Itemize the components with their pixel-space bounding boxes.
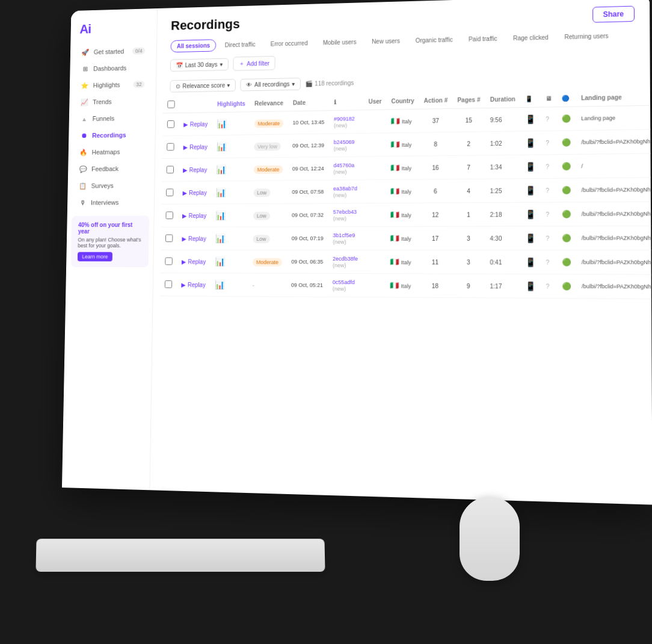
row-checkbox-4 (161, 204, 178, 227)
promo-title: 40% off on your first year (78, 221, 143, 235)
device2-cell-7: ? (541, 274, 557, 298)
replay-btn-2[interactable]: ▶ Replay (178, 158, 212, 181)
replay-btn-0[interactable]: ▶ Replay (179, 113, 212, 136)
device2-cell-3: ? (541, 178, 557, 202)
sidebar-item-dashboards[interactable]: ⊞ Dashboards (73, 59, 153, 77)
filter-tab-new-users[interactable]: New users (365, 34, 407, 48)
highlights-icon: ⭐ (81, 81, 88, 90)
row-checkbox-2 (162, 158, 179, 181)
duration-cell-1: 1:02 (485, 131, 520, 155)
device1-cell-0: 📱 (520, 107, 541, 131)
get-started-badge: 0/4 (132, 48, 145, 55)
row-select-3[interactable] (166, 188, 174, 196)
filter-tab-mobile-users[interactable]: Mobile users (316, 36, 363, 49)
relevance-cell-5: Low (248, 227, 288, 250)
user-cell-1 (363, 133, 386, 156)
col-browser: 🔵 (557, 90, 576, 107)
user-cell-0 (363, 110, 386, 133)
share-button[interactable]: Share (592, 6, 635, 23)
highlights-cell-6: 📊 (211, 250, 248, 273)
sidebar-item-surveys[interactable]: 📋 Surveys (71, 177, 151, 194)
device1-cell-1: 📱 (520, 131, 541, 155)
replay-icon-0: ▶ (183, 121, 188, 128)
pages-cell-5: 3 (452, 226, 485, 250)
row-checkbox-1 (162, 135, 179, 158)
country-cell-3: 🇮🇹 Italy (386, 179, 419, 203)
browser-cell-5: 🟢 (557, 226, 576, 250)
replay-btn-6[interactable]: ▶ Replay (177, 250, 211, 273)
device2-cell-5: ? (541, 226, 557, 250)
learn-more-button[interactable]: Learn more (78, 252, 112, 262)
sidebar-item-heatmaps[interactable]: 🔥 Heatmaps (72, 143, 152, 160)
duration-cell-6: 0:41 (485, 250, 520, 274)
session-cell-5: 3b1cf5e9 (new) (328, 227, 363, 250)
date-cell-7: 09 Oct, 05:21 (286, 273, 328, 297)
row-select-0[interactable] (167, 120, 174, 128)
col-device1: 📱 (520, 90, 541, 107)
replay-btn-3[interactable]: ▶ Replay (178, 181, 212, 204)
country-cell-6: 🇮🇹 Italy (386, 250, 419, 274)
browser-cell-3: 🟢 (557, 178, 576, 202)
user-cell-2 (363, 156, 386, 180)
row-select-7[interactable] (165, 280, 173, 288)
select-all-checkbox[interactable] (167, 101, 174, 108)
actions-cell-4: 12 (419, 203, 452, 226)
filter-tab-rage-clicked[interactable]: Rage clicked (506, 31, 555, 45)
date-cell-1: 09 Oct, 12:39 (288, 134, 329, 157)
country-cell-2: 🇮🇹 Italy (386, 156, 419, 179)
sidebar-item-highlights[interactable]: ⭐ Highlights 32 (73, 76, 152, 93)
replay-btn-1[interactable]: ▶ Replay (179, 135, 212, 159)
filter-tab-error-occurred[interactable]: Error occurred (264, 37, 314, 50)
row-checkbox-3 (161, 181, 178, 204)
filter-tab-returning-users[interactable]: Returning users (558, 29, 615, 43)
sidebar-item-funnels[interactable]: ⟁ Funnels (72, 110, 152, 127)
row-select-4[interactable] (165, 211, 173, 219)
row-select-2[interactable] (167, 166, 174, 173)
replay-btn-5[interactable]: ▶ Replay (177, 227, 211, 250)
row-select-1[interactable] (167, 143, 174, 150)
filter-tab-direct-traffic[interactable]: Direct traffic (218, 38, 262, 51)
funnels-label: Funnels (93, 115, 115, 122)
recordings-count: 🎬 118 recordings (306, 79, 354, 87)
trends-icon: 📈 (81, 98, 88, 107)
landing-cell-7: /bulbi/?fbclid=PAZKh0bgNhZ (576, 274, 652, 299)
browser-cell-6: 🟢 (557, 250, 576, 274)
row-select-6[interactable] (165, 257, 173, 265)
actions-cell-0: 37 (419, 108, 452, 132)
row-checkbox-5 (161, 227, 177, 250)
sidebar-item-feedback[interactable]: 💬 Feedback (72, 160, 152, 177)
replay-btn-7[interactable]: ▶ Replay (176, 273, 210, 297)
relevance-sort-select[interactable]: ⊙ Relevance score ▾ (170, 79, 236, 92)
date-range-filter[interactable]: 📅 Last 30 days ▾ (170, 58, 229, 71)
landing-cell-1: /bulbi/?fbclid=PAZKh0bgNhZ (576, 129, 652, 154)
filter-tab-all-sessions[interactable]: All sessions (170, 39, 216, 52)
col-date: Date (288, 94, 330, 111)
row-checkbox-6 (161, 250, 177, 273)
row-select-5[interactable] (165, 234, 173, 242)
highlights-cell-1: 📊 (212, 135, 250, 158)
mouse (460, 497, 520, 581)
filter-tab-paid-traffic[interactable]: Paid traffic (462, 32, 504, 46)
keyboard (35, 539, 325, 572)
view-select[interactable]: 👁 All recordings ▾ (241, 78, 301, 91)
date-cell-0: 10 Oct, 13:45 (288, 111, 330, 134)
row-checkbox-7 (160, 273, 177, 296)
add-filter-button[interactable]: ＋ Add filter (233, 56, 275, 71)
filter-tab-organic-traffic[interactable]: Organic traffic (409, 33, 460, 47)
sidebar-item-recordings[interactable]: ⏺ Recordings (72, 126, 152, 144)
device2-cell-6: ? (541, 250, 557, 274)
sidebar-item-trends[interactable]: 📈 Trends (73, 93, 153, 110)
highlights-cell-5: 📊 (211, 227, 248, 250)
relevance-cell-4: Low (248, 203, 287, 227)
duration-cell-4: 2:18 (485, 202, 520, 226)
country-cell-7: 🇮🇹 Italy (386, 274, 419, 298)
col-country: Country (386, 93, 419, 110)
user-cell-3 (363, 179, 386, 203)
sidebar-item-interviews[interactable]: 🎙 Interviews (70, 194, 150, 211)
relevance-cell-3: Low (249, 181, 288, 204)
interviews-label: Interviews (91, 199, 118, 206)
country-cell-1: 🇮🇹 Italy (386, 132, 419, 156)
browser-cell-2: 🟢 (557, 154, 576, 178)
replay-btn-4[interactable]: ▶ Replay (177, 204, 211, 227)
sidebar-item-get-started[interactable]: 🚀 Get started 0/4 (73, 43, 153, 61)
